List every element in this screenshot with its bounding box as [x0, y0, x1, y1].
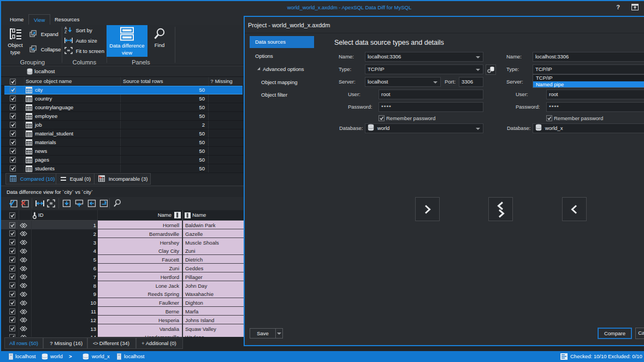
svg-text:A: A — [64, 26, 67, 30]
svg-text:Z: Z — [64, 30, 67, 34]
